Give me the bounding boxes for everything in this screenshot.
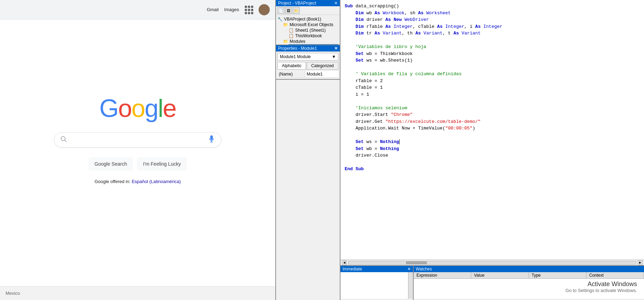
microphone-icon[interactable] [208,135,215,144]
excel-objects-label: Microsoft Excel Objects [290,22,333,27]
scroll-thumb[interactable] [406,261,427,264]
avatar[interactable] [259,4,270,15]
code-line: Dim rTable As Integer, cTable As Integer… [345,23,640,30]
immediate-scrollbar[interactable] [408,272,413,299]
immediate-title-label: Immediate [343,267,362,271]
code-line [345,159,640,166]
feeling-lucky-button[interactable]: I'm Feeling Lucky [137,157,187,171]
browser-topbar: Gmail Images [0,0,275,19]
pe-tree: 🔧 VBAProject (Book1) 📁 Microsoft Excel O… [276,15,340,45]
chevron-down-icon: ▼ [332,54,336,59]
pe-vbaproject-item[interactable]: 🔧 VBAProject (Book1) [277,16,338,22]
modules-label: Modules [290,39,305,44]
immediate-close-btn[interactable]: ✕ [407,267,411,271]
language-link[interactable]: Español (Latinoamérica) [132,179,181,184]
properties-close-btn[interactable]: ✕ [334,46,338,51]
svg-line-1 [65,140,67,142]
pe-thisworkbook-item[interactable]: 📋 ThisWorkbook [289,33,338,39]
vba-ide: Project - VBAProject ✕ 📄 🖼 📁 🔧 VBAProjec… [275,0,644,300]
prop-name-key: (Name) [277,71,305,77]
immediate-panel: Immediate ✕ [340,266,414,300]
code-line: Sub data_scrapping() [345,3,640,10]
code-line: driver.Get "https://excelcute.com/table-… [345,118,640,125]
code-line: 'Iniciamos selenium [345,105,640,112]
pe-modules-item[interactable]: 📁 Modules [283,39,338,44]
code-line [345,98,640,105]
watches-panel: Watches Expression Value Type Context Ac… [414,266,644,300]
workbook-icon: 📋 [289,33,294,38]
location-text: Mexico [6,291,20,296]
apps-grid-icon[interactable] [245,6,253,14]
code-line: i = 1 [345,91,640,98]
watches-type-col: Type [529,272,586,278]
code-line: Application.Wait Now + TimeValue("00:00:… [345,125,640,132]
thisworkbook-label: ThisWorkbook [295,33,322,38]
search-bar[interactable] [54,132,221,148]
folder-icon: 📁 [283,22,288,27]
google-offered: Google offered in: Español (Latinoaméric… [94,179,181,184]
gmail-link[interactable]: Gmail [207,7,219,12]
toggle-folders-btn[interactable]: 📁 [293,7,300,14]
ide-layout: Project - VBAProject ✕ 📄 🖼 📁 🔧 VBAProjec… [276,0,644,300]
pe-sheet1-item[interactable]: 📋 Sheet1 (Sheet1) [289,27,338,33]
scroll-right-btn[interactable]: ▶ [638,260,643,265]
project-titlebar: Project - VBAProject ✕ [276,0,340,6]
watches-context-col: Context [586,272,644,278]
tab-alphabetic[interactable]: Alphabetic [277,62,306,69]
code-editor[interactable]: Sub data_scrapping() Dim wb As Workbook,… [340,0,644,260]
search-buttons: Google Search I'm Feeling Lucky [89,157,187,171]
code-line: Set ws = wb.Sheets(1) [345,57,640,64]
bottom-bar: Mexico [0,286,275,300]
pe-excel-objects-item[interactable]: 📁 Microsoft Excel Objects [283,22,338,27]
code-line [345,132,640,139]
scroll-left-btn[interactable]: ◀ [342,260,347,265]
modules-folder-icon: 📁 [283,39,288,44]
immediate-textarea[interactable] [340,272,408,299]
ide-left-panel: Project - VBAProject ✕ 📄 🖼 📁 🔧 VBAProjec… [276,0,340,300]
code-line: ' Variables de fila y columna definidas [345,71,640,78]
immediate-titlebar: Immediate ✕ [340,266,413,272]
properties-titlebar: Properties - Module1 ✕ [276,45,340,52]
watches-titlebar: Watches [414,266,644,272]
browser-window: Gmail Images Google [0,0,275,300]
view-object-btn[interactable]: 🖼 [285,7,292,14]
code-line: Dim wb As Workbook, sh As Worksheet [345,10,640,17]
properties-tabs: Alphabetic Categorized [277,62,338,70]
search-input[interactable] [71,137,204,143]
prop-dropdown-value: Module1 Module [280,54,311,59]
code-line: driver.Start "Chrome" [345,111,640,118]
code-line: driver.Close [345,152,640,159]
vbaproject-label: VBAProject (Book1) [284,17,321,22]
view-code-btn[interactable]: 📄 [277,7,284,14]
code-line: Set wb = Nothing [345,145,640,152]
properties-grid: (Name) Module1 [276,70,340,79]
watches-expression-col: Expression [414,272,471,278]
scroll-track[interactable] [348,261,636,265]
code-line: rTable = 2 [345,78,640,85]
code-line [345,37,640,44]
immediate-content [340,272,413,299]
search-icon [60,135,67,144]
project-title-label: Project - VBAProject [278,1,316,6]
vba-project-icon: 🔧 [277,17,283,22]
properties-dropdown[interactable]: Module1 Module ▼ [277,53,338,61]
code-line: cTable = 1 [345,84,640,91]
code-line: Dim driver As New WebDriver [345,16,640,23]
tab-categorized[interactable]: Categorized [307,62,338,69]
close-icon[interactable]: ✕ [334,1,338,6]
google-search-button[interactable]: Google Search [89,157,133,171]
watches-title-label: Watches [416,267,432,271]
code-scrollbar[interactable]: ◀ ▶ [340,260,644,265]
images-link[interactable]: Images [224,7,239,12]
code-line: Set wb = ThisWorkbook [345,50,640,57]
code-line: Dim tr As Variant, th As Variant, t As V… [345,30,640,37]
prop-name-row: (Name) Module1 [277,71,338,78]
properties-title-label: Properties - Module1 [278,46,317,51]
google-main: Google Google Search I'm Feel [0,19,275,300]
google-logo: Google [99,94,176,123]
code-line: End Sub [345,166,640,173]
pe-toolbar: 📄 🖼 📁 [276,6,340,15]
code-line: 'Variables de libro y hoja [345,44,640,50]
project-explorer: Project - VBAProject ✕ 📄 🖼 📁 🔧 VBAProjec… [276,0,340,45]
prop-name-val[interactable]: Module1 [305,71,338,77]
